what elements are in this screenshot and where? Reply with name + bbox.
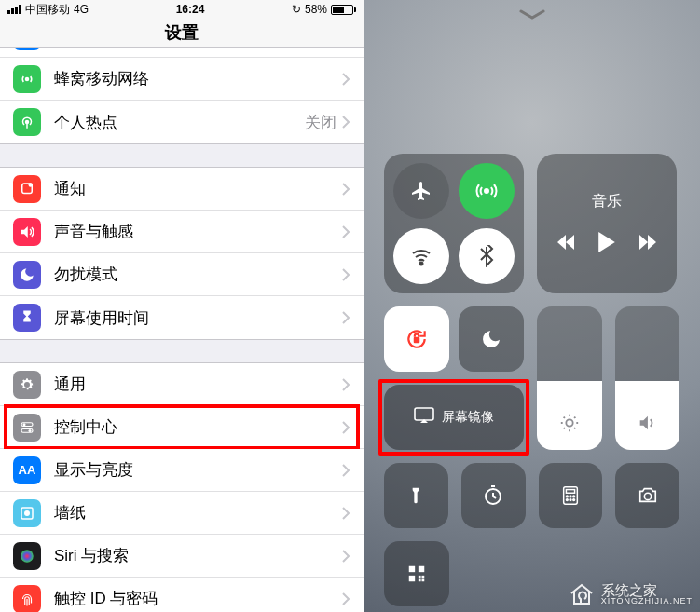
settings-row-display[interactable]: AA显示与亮度 xyxy=(0,449,364,492)
brightness-icon xyxy=(559,413,580,437)
settings-row-dnd[interactable]: 勿扰模式 xyxy=(0,253,364,296)
row-label: 通知 xyxy=(54,178,342,199)
settings-row-siri[interactable]: Siri 与搜索 xyxy=(0,535,364,578)
airplane-toggle[interactable] xyxy=(393,163,449,219)
settings-list[interactable]: 蓝牙未连接蜂窝移动网络个人热点关闭通知声音与触感勿扰模式屏幕使用时间通用控制中心… xyxy=(0,48,364,612)
row-value: 关闭 xyxy=(305,112,336,133)
status-bar: 中国移动 4G 16:24 ↻ 58% xyxy=(0,0,364,19)
svg-rect-28 xyxy=(409,576,415,581)
rotation-icon: ↻ xyxy=(292,3,301,16)
bluetooth-icon xyxy=(13,48,41,50)
svg-point-21 xyxy=(573,496,575,497)
watermark: 系统之家 XITONGZHIJIA.NET xyxy=(568,582,693,606)
network-label: 4G xyxy=(74,3,89,16)
hourglass-icon xyxy=(13,304,41,332)
settings-row-general[interactable]: 通用 xyxy=(0,363,364,406)
row-label: 屏幕使用时间 xyxy=(54,307,342,329)
svg-rect-30 xyxy=(422,579,425,582)
chevron-right-icon xyxy=(342,421,350,434)
svg-rect-13 xyxy=(414,337,420,344)
screen-mirroring-icon xyxy=(414,407,434,428)
row-label: Siri 与搜索 xyxy=(54,545,342,566)
svg-rect-29 xyxy=(419,576,421,578)
gear-icon xyxy=(13,371,41,399)
row-label: 触控 ID 与密码 xyxy=(54,588,342,609)
hotspot-icon xyxy=(13,108,41,136)
svg-rect-32 xyxy=(422,576,425,578)
wifi-toggle[interactable] xyxy=(393,228,449,284)
chevron-right-icon xyxy=(342,268,350,281)
battery-percent: 58% xyxy=(305,3,327,16)
music-title-label: 音乐 xyxy=(592,192,622,211)
svg-point-0 xyxy=(26,77,29,80)
siri-icon xyxy=(13,542,41,570)
chevron-right-icon xyxy=(342,550,350,563)
settings-row-cellular[interactable]: 蜂窝移动网络 xyxy=(0,58,364,101)
timer-button[interactable] xyxy=(461,463,526,528)
battery-icon xyxy=(331,5,356,15)
chevron-right-icon xyxy=(342,378,350,391)
connectivity-tile[interactable] xyxy=(384,154,524,293)
signal-icon xyxy=(7,5,21,14)
settings-row-sounds[interactable]: 声音与触感 xyxy=(0,211,364,253)
svg-point-11 xyxy=(485,189,488,193)
row-label: 声音与触感 xyxy=(54,221,342,242)
dnd-toggle[interactable] xyxy=(459,306,524,372)
qr-scan-button[interactable] xyxy=(384,541,449,606)
aa-icon: AA xyxy=(13,456,41,484)
settings-row-notifications[interactable]: 通知 xyxy=(0,168,364,211)
svg-point-1 xyxy=(26,121,29,124)
camera-button[interactable] xyxy=(615,463,679,528)
chevron-right-icon xyxy=(342,183,350,196)
prev-track-icon[interactable] xyxy=(557,235,574,253)
settings-row-touchid[interactable]: 触控 ID 与密码 xyxy=(0,578,364,612)
orientation-lock-toggle[interactable] xyxy=(384,306,449,372)
brightness-slider[interactable] xyxy=(537,306,602,450)
next-track-icon[interactable] xyxy=(639,235,656,253)
volume-icon xyxy=(637,413,657,437)
settings-row-screentime[interactable]: 屏幕使用时间 xyxy=(0,296,364,339)
svg-point-7 xyxy=(29,429,32,432)
chevron-right-icon xyxy=(342,73,350,86)
row-label: 控制中心 xyxy=(54,416,342,438)
svg-point-15 xyxy=(566,419,572,426)
svg-point-12 xyxy=(420,263,423,265)
svg-rect-31 xyxy=(419,579,421,582)
row-label: 墙纸 xyxy=(54,502,342,524)
svg-point-19 xyxy=(566,496,568,497)
svg-point-22 xyxy=(566,499,568,501)
chevron-down-icon[interactable] xyxy=(519,7,545,24)
calculator-button[interactable] xyxy=(539,463,603,528)
volume-slider[interactable] xyxy=(615,306,680,450)
settings-row-controlcenter[interactable]: 控制中心 xyxy=(0,406,364,449)
music-tile[interactable]: 音乐 xyxy=(537,154,677,293)
play-icon[interactable] xyxy=(598,232,615,256)
touchid-icon xyxy=(13,585,41,612)
svg-point-10 xyxy=(21,550,34,563)
switches-icon xyxy=(13,414,41,442)
clock-label: 16:24 xyxy=(176,3,205,16)
control-center-pane: 音乐 xyxy=(364,0,700,612)
page-title: 设置 xyxy=(0,19,364,48)
moon-icon xyxy=(13,261,41,289)
settings-row-wallpaper[interactable]: 墙纸 xyxy=(0,492,364,535)
settings-row-bluetooth[interactable]: 蓝牙未连接 xyxy=(0,48,364,58)
screen-mirroring-label: 屏幕镜像 xyxy=(442,409,494,426)
row-label: 蜂窝移动网络 xyxy=(54,68,342,89)
row-label: 勿扰模式 xyxy=(54,264,342,285)
bluetooth-toggle[interactable] xyxy=(459,228,515,284)
chevron-right-icon xyxy=(342,311,350,324)
svg-point-9 xyxy=(25,511,30,516)
wallpaper-icon xyxy=(13,499,41,527)
watermark-sub: XITONGZHIJIA.NET xyxy=(601,597,693,605)
svg-point-3 xyxy=(29,183,34,187)
settings-row-hotspot[interactable]: 个人热点关闭 xyxy=(0,101,364,143)
screen-mirroring-button[interactable]: 屏幕镜像 xyxy=(384,385,524,450)
settings-pane: 中国移动 4G 16:24 ↻ 58% 设置 蓝牙未连接蜂窝移动网络个人热点关闭… xyxy=(0,0,364,612)
svg-point-20 xyxy=(570,496,571,497)
svg-point-5 xyxy=(23,423,26,426)
carrier-label: 中国移动 xyxy=(25,2,70,18)
flashlight-button[interactable] xyxy=(384,463,448,528)
cellular-data-toggle[interactable] xyxy=(459,163,515,219)
svg-rect-18 xyxy=(566,490,574,494)
